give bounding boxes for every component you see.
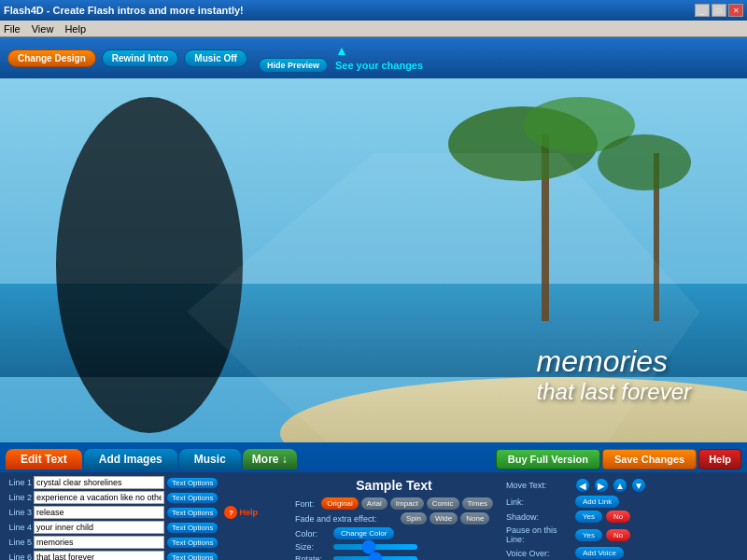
title-bar: Flash4D - Create Flash intros and more i… xyxy=(0,0,747,21)
line-label-2: Line 2 xyxy=(6,493,32,502)
help-text: Help xyxy=(239,508,258,517)
text-line-row-5: Line 5 Text Options xyxy=(6,536,258,549)
menu-help[interactable]: Help xyxy=(64,23,86,35)
rotate-label: Rotate: xyxy=(295,554,331,560)
line-input-6[interactable] xyxy=(34,551,164,560)
line-label-1: Line 1 xyxy=(6,478,32,487)
font-panel: Sample Text Font: Original Arial Impact … xyxy=(291,476,497,560)
tab-bar: Edit Text Add Images Music More ↓ Buy Fu… xyxy=(0,442,747,472)
preview-line1: memories xyxy=(537,344,691,379)
shadow-no-button[interactable]: No xyxy=(606,511,630,523)
menu-view[interactable]: View xyxy=(32,23,54,35)
text-line-row-1: Line 1 Text Options xyxy=(6,476,258,489)
text-options-btn-6[interactable]: Text Options xyxy=(166,552,218,561)
voice-over-row: Voice Over: Add Voice xyxy=(506,547,738,559)
line-input-1[interactable] xyxy=(34,476,164,489)
preview-area: memories that last forever xyxy=(0,78,747,442)
color-label: Color: xyxy=(295,529,331,539)
text-line-row-4: Line 4 Text Options xyxy=(6,521,258,534)
move-text-label: Move Text: xyxy=(506,481,571,490)
maximize-button[interactable]: □ xyxy=(712,4,726,17)
buy-full-version-button[interactable]: Buy Full Version xyxy=(496,449,600,469)
font-impact-btn[interactable]: Impact xyxy=(390,497,424,510)
line-input-3[interactable] xyxy=(34,506,164,519)
text-line-row-6: Line 6 Text Options xyxy=(6,551,258,560)
text-lines-panel: Line 1 Text Options Line 2 Text Options … xyxy=(6,476,286,560)
text-options-btn-4[interactable]: Text Options xyxy=(166,522,218,534)
color-row: Color: Change Color xyxy=(295,527,493,539)
line-label-4: Line 4 xyxy=(6,523,32,532)
rewind-intro-button[interactable]: Rewind Intro xyxy=(102,49,179,67)
font-arial-btn[interactable]: Arial xyxy=(361,497,388,510)
font-label: Font: xyxy=(295,499,318,509)
rotate-slider[interactable] xyxy=(333,556,417,560)
size-label: Size: xyxy=(295,542,331,552)
preview-text: memories that last forever xyxy=(537,344,691,405)
shadow-label: Shadow: xyxy=(506,512,571,522)
effect-none-btn[interactable]: None xyxy=(460,512,489,525)
pause-no-button[interactable]: No xyxy=(606,529,630,541)
line-input-2[interactable] xyxy=(34,491,164,504)
close-button[interactable]: ✕ xyxy=(728,4,743,17)
shadow-yes-button[interactable]: Yes xyxy=(575,511,602,523)
see-changes-arrow: ▲ xyxy=(335,43,348,58)
font-comic-btn[interactable]: Comic xyxy=(427,497,459,510)
minimize-button[interactable]: _ xyxy=(695,4,710,17)
link-row: Link: Add Link xyxy=(506,496,738,508)
text-options-btn-3[interactable]: Text Options xyxy=(166,507,218,519)
text-line-row-2: Line 2 Text Options xyxy=(6,491,258,504)
line-input-4[interactable] xyxy=(34,521,164,534)
hide-preview-button[interactable]: Hide Preview xyxy=(259,58,328,73)
svg-point-7 xyxy=(598,134,691,190)
text-line-row-3: Line 3 Text Options ? Help xyxy=(6,506,258,519)
sample-text-title: Sample Text xyxy=(295,478,493,493)
size-slider[interactable] xyxy=(333,544,417,550)
line-input-5[interactable] xyxy=(34,536,164,549)
move-up-btn[interactable]: ▲ xyxy=(613,478,627,493)
tab-more[interactable]: More ↓ xyxy=(243,449,297,469)
content-area: Line 1 Text Options Line 2 Text Options … xyxy=(0,472,747,560)
bottom-panel: Edit Text Add Images Music More ↓ Buy Fu… xyxy=(0,442,747,560)
help-badge: ? xyxy=(224,506,237,519)
tab-music[interactable]: Music xyxy=(179,449,241,469)
preview-line2: that last forever xyxy=(537,379,691,405)
see-changes-label: See your changes xyxy=(335,60,423,71)
effect-row: Fade and extra effect: Spin Wide None xyxy=(295,512,493,525)
effect-wide-btn[interactable]: Wide xyxy=(430,512,458,525)
move-left-btn[interactable]: ◀ xyxy=(575,478,590,493)
music-off-button[interactable]: Music Off xyxy=(184,49,247,67)
tab-add-images[interactable]: Add Images xyxy=(84,449,177,469)
move-text-row: Move Text: ◀ ▶ ▲ ▼ xyxy=(506,478,738,493)
move-down-btn[interactable]: ▼ xyxy=(631,478,646,493)
pause-yes-button[interactable]: Yes xyxy=(575,529,602,541)
text-options-btn-2[interactable]: Text Options xyxy=(166,492,218,504)
add-link-button[interactable]: Add Link xyxy=(575,496,619,508)
window-controls: _ □ ✕ xyxy=(695,4,743,17)
fade-label: Fade and extra effect: xyxy=(295,514,398,524)
pause-row: Pause on this Line: Yes No xyxy=(506,525,738,544)
voice-over-label: Voice Over: xyxy=(506,549,571,558)
font-times-btn[interactable]: Times xyxy=(462,497,493,510)
shadow-row: Shadow: Yes No xyxy=(506,511,738,523)
top-toolbar: Change Design Rewind Intro Music Off ▲ H… xyxy=(0,37,747,78)
tab-edit-text[interactable]: Edit Text xyxy=(6,449,82,469)
options-panel: Move Text: ◀ ▶ ▲ ▼ Link: Add Link Shadow… xyxy=(502,476,741,560)
help-button[interactable]: Help xyxy=(698,449,741,469)
font-row: Font: Original Arial Impact Comic Times xyxy=(295,497,493,510)
line-label-3: Line 3 xyxy=(6,508,32,517)
add-voice-button[interactable]: Add Voice xyxy=(575,547,624,559)
text-options-btn-1[interactable]: Text Options xyxy=(166,477,218,489)
change-color-button[interactable]: Change Color xyxy=(333,527,394,539)
save-changes-button[interactable]: Save Changes xyxy=(602,449,697,469)
rotate-row: Rotate: xyxy=(295,554,493,560)
size-row: Size: xyxy=(295,542,493,552)
pause-label: Pause on this Line: xyxy=(506,525,571,544)
text-options-btn-5[interactable]: Text Options xyxy=(166,537,218,549)
effect-spin-btn[interactable]: Spin xyxy=(401,512,427,525)
font-original-btn[interactable]: Original xyxy=(321,497,359,510)
menu-file[interactable]: File xyxy=(4,23,21,35)
link-label: Link: xyxy=(506,497,571,507)
line-label-5: Line 5 xyxy=(6,538,32,547)
move-right-btn[interactable]: ▶ xyxy=(594,478,609,493)
change-design-button[interactable]: Change Design xyxy=(7,49,96,67)
